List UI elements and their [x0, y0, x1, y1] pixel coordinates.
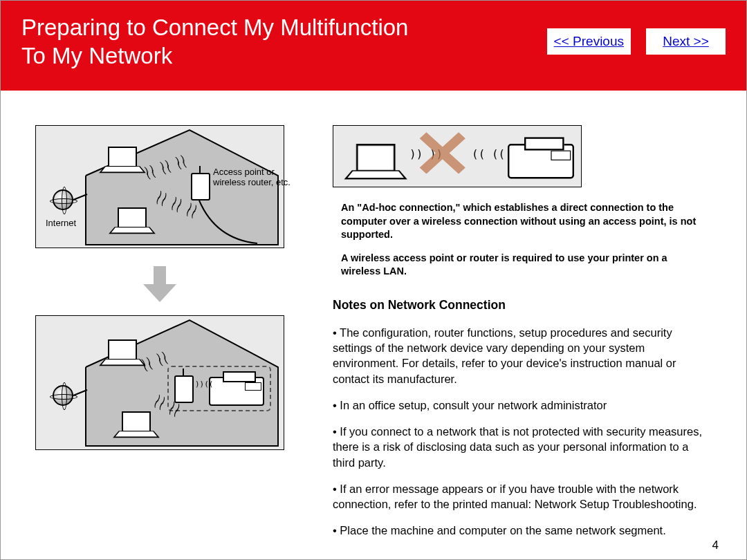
content-area: Internet )) )) ))(( (( (( )) )) ))(( (( …: [1, 91, 746, 550]
wifi-waves-icon: (( ((: [472, 151, 505, 158]
left-column: Internet )) )) ))(( (( (( )) )) ))(( (( …: [21, 125, 298, 550]
access-point-label: Access point or wireless router, etc.: [213, 167, 290, 188]
laptop-icon: [112, 207, 149, 232]
note-bullet: • If an error message appears or if you …: [333, 481, 705, 512]
nav-buttons: << Previous Next >>: [547, 28, 726, 55]
laptop-icon: [349, 144, 399, 178]
note-bullet: • In an office setup, consult your netwo…: [333, 398, 705, 413]
manual-page: Preparing to Connect My Multifunction To…: [0, 0, 747, 560]
printer-icon: [209, 377, 264, 406]
svg-line-1: [73, 390, 87, 395]
note-bullet: • The configuration, router functions, s…: [333, 325, 705, 386]
diagram-before: Internet )) )) ))(( (( (( )) )) ))(( (( …: [35, 125, 284, 248]
cable-line-icon: [195, 198, 278, 246]
printer-icon: [508, 144, 574, 178]
page-number: 4: [712, 539, 719, 552]
wifi-waves-icon: ))((: [195, 382, 214, 387]
diagram-adhoc: )) )) ✕ (( ((: [333, 125, 582, 187]
laptop-icon: [116, 411, 154, 436]
laptop-icon: [102, 147, 140, 171]
right-column: )) )) ✕ (( (( An "Ad-hoc connection," wh…: [333, 125, 726, 550]
router-required-note: A wireless access point or router is req…: [333, 252, 705, 279]
svg-line-0: [73, 194, 87, 200]
router-icon: [174, 375, 194, 403]
not-supported-x-icon: ✕: [412, 122, 473, 187]
globe-line-icon: [71, 192, 91, 212]
note-bullet: • Place the machine and computer on the …: [333, 523, 705, 538]
internet-label: Internet: [46, 218, 76, 229]
header-bar: Preparing to Connect My Multifunction To…: [1, 1, 746, 91]
note-bullet: • If you connect to a network that is no…: [333, 424, 705, 470]
adhoc-note: An "Ad-hoc connection," which establishe…: [333, 201, 705, 242]
globe-line-icon: [71, 387, 91, 408]
notes-heading: Notes on Network Connection: [333, 298, 705, 312]
laptop-icon: [102, 339, 140, 364]
router-icon: [191, 173, 210, 200]
diagram-after: ))(( )) ))(( (( )) ))(( ((: [35, 315, 284, 450]
title-line-1: Preparing to Connect My Multifunction: [21, 15, 408, 40]
title-line-2: To My Network: [21, 43, 172, 68]
previous-button[interactable]: << Previous: [547, 28, 631, 55]
arrow-down-icon: [143, 266, 176, 304]
next-button[interactable]: Next >>: [646, 28, 726, 55]
